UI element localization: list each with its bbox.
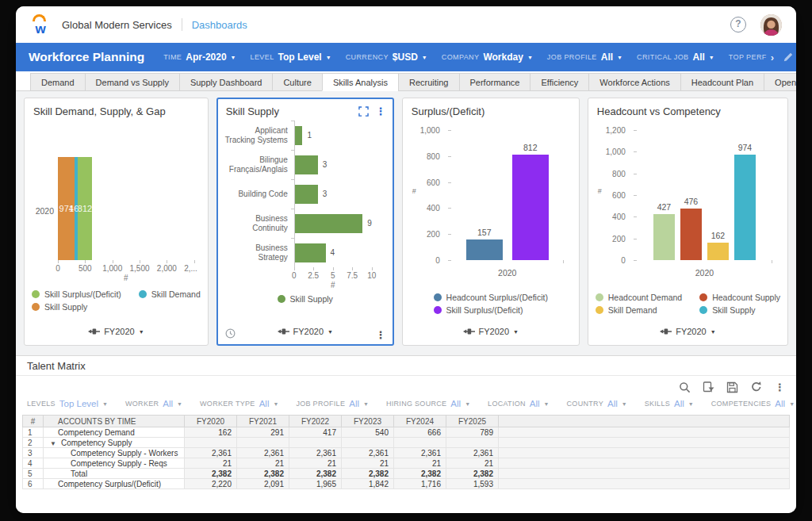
expand-icon[interactable] [358,106,369,117]
tab-workforce-actions[interactable]: Workforce Actions [588,73,680,91]
toolbar-filter-critical-job[interactable]: CRITICAL JOBAll▼ [637,52,714,63]
tab-culture[interactable]: Culture [272,73,321,91]
tab-efficiency[interactable]: Efficiency [530,73,588,91]
period-label: FY2020 [479,327,510,336]
filter-value: $USD [393,52,418,63]
chevron-down-icon: ▼ [513,329,519,335]
matrix-filter-worker-type[interactable]: WORKER TYPEAll▼ [200,399,278,408]
tab-headcount-plan[interactable]: Headcount Plan [680,73,764,91]
refresh-icon[interactable] [750,381,763,393]
save-icon[interactable] [726,381,738,393]
chart-card-surplus-deficit[interactable]: Surplus/(Deficit)#1,00080060040020001578… [402,98,580,346]
toolbar-filter-top-perf[interactable]: TOP PERF› [729,52,774,63]
filter-label: COMPETENCIES [711,400,772,408]
chevron-down-icon: ▼ [710,329,716,335]
help-icon[interactable]: ? [730,17,746,33]
column-header-fy2022: FY2022 [289,416,342,427]
x-axis-label: # [58,274,194,282]
tab-skills-analysis[interactable]: Skills Analysis [322,73,398,91]
axis-tick-label: 0 [292,271,297,280]
toolbar-filter-job-profile[interactable]: JOB PROFILEAll▼ [547,52,622,63]
bar-zone: 9 [294,209,386,238]
breadcrumb-dashboards[interactable]: Dashboards [192,19,247,31]
legend-dot-icon [32,290,40,298]
tab-demand-vs-supply[interactable]: Demand vs Supply [85,73,179,91]
tab-recruiting[interactable]: Recruiting [398,73,459,91]
matrix-filter-worker[interactable]: WORKERAll▼ [125,399,182,408]
row-label-text: Competency Supply [61,439,132,447]
matrix-filter-competencies[interactable]: COMPETENCIESAll▼ [711,399,795,408]
chart-card-headcount-vs-competency[interactable]: Headcount vs Competency#1,2001,000800600… [588,98,788,346]
matrix-filter-levels[interactable]: LEVELSTop Level▼ [27,399,108,408]
column-header-fy2025: FY2025 [446,416,499,427]
axis-tick-label: 1,000 [420,126,440,135]
filter-label: COMPANY [442,53,480,61]
matrix-filter-hiring-source[interactable]: HIRING SOURCEAll▼ [386,399,470,408]
axis-tick-label: 400 [612,213,626,221]
data-cell [185,438,237,448]
matrix-filter-skills[interactable]: SKILLSAll▼ [645,399,694,408]
period-label: FY2020 [676,327,707,336]
matrix-filter-job-profile[interactable]: JOB PROFILEAll▼ [296,399,369,408]
axis-tick [85,260,86,263]
axis-tick [372,267,373,270]
filter-label: COUNTRY [567,400,603,408]
toolbar-filter-level[interactable]: LEVELTop Level▼ [251,52,331,63]
legend-item: Skill Surplus/(Deficit) [434,305,548,315]
kebab-menu-icon[interactable]: ⋮ [376,330,386,340]
matrix-filter-location[interactable]: LOCATIONAll▼ [488,399,549,408]
history-clock-icon[interactable] [225,328,236,339]
chart-card-skill-supply[interactable]: Skill Supply⋮Applicant Tracking Systems1… [216,98,394,346]
data-cell: 2,361 [394,448,446,458]
filter-value: All [259,399,270,408]
axis-tick [294,267,295,270]
dashboard-toolbar: Workforce Planning TIMEApr-2020▼LEVELTop… [16,43,796,71]
bar-zone: 4 [294,238,386,267]
y-axis-label: # [412,187,416,195]
legend-dot-icon [596,306,603,314]
legend-label: Skill Demand [608,305,657,315]
legend-label: Skill Supply [712,305,755,315]
tab-performance[interactable]: Performance [459,73,530,91]
toolbar-filter-company[interactable]: COMPANYWorkday▼ [442,52,533,63]
chart-card-skill-demand-supply-gap[interactable]: Skill Demand, Supply, & Gap2020974162812… [24,98,209,346]
period-selector[interactable]: FY2020▼ [224,321,386,342]
workday-logo-icon[interactable]: w [30,14,51,35]
data-cell: 21 [446,458,499,469]
filler-cell [499,458,790,469]
column-header-filler [499,416,790,427]
expander-icon[interactable]: ▼ [50,440,56,447]
avatar[interactable] [760,14,782,36]
axis-tick [634,260,637,261]
search-icon[interactable] [679,381,691,393]
card-title: Headcount vs Competency [597,105,780,117]
filter-value: Top Level [278,52,322,63]
edit-button[interactable]: Edit [774,43,796,71]
data-cell [289,438,342,448]
toolbar-filter-time[interactable]: TIMEApr-2020▼ [163,52,236,63]
filter-label: TOP PERF [729,53,767,61]
legend-item: Skill Supply [699,305,780,315]
filter-value: All [674,399,684,408]
period-selector[interactable]: FY2020▼ [596,321,780,342]
table-row: 1Competency Demand162291417540666789 [23,427,790,438]
axis-tick [333,267,334,270]
filter-export-icon[interactable] [703,381,714,393]
talent-matrix-header: Talent Matrix [16,356,796,376]
row-label: Competency Surplus/(Deficit) [44,479,185,489]
kebab-menu-icon[interactable]: ⋮ [376,106,386,117]
axis-tick [313,267,314,270]
tab-demand[interactable]: Demand [30,73,85,91]
period-slider-icon [88,328,100,335]
matrix-filter-country[interactable]: COUNTRYAll▼ [567,399,627,408]
kebab-menu-icon[interactable]: ⋮ [775,382,785,393]
tab-supply-dashboard[interactable]: Supply Dashboard [179,73,273,91]
tab-open-job-reqs[interactable]: Open Job Reqs [764,73,796,91]
legend-label: Headcount Supply [712,293,780,302]
period-selector[interactable]: FY2020▼ [410,321,572,342]
row-label-text: Total [71,469,87,478]
data-cell [237,438,289,448]
period-selector[interactable]: FY2020▼ [32,321,201,342]
bar-skill-surplus-deficit: 812 [512,155,549,260]
toolbar-filter-currency[interactable]: CURRENCY$USD▼ [346,52,427,63]
